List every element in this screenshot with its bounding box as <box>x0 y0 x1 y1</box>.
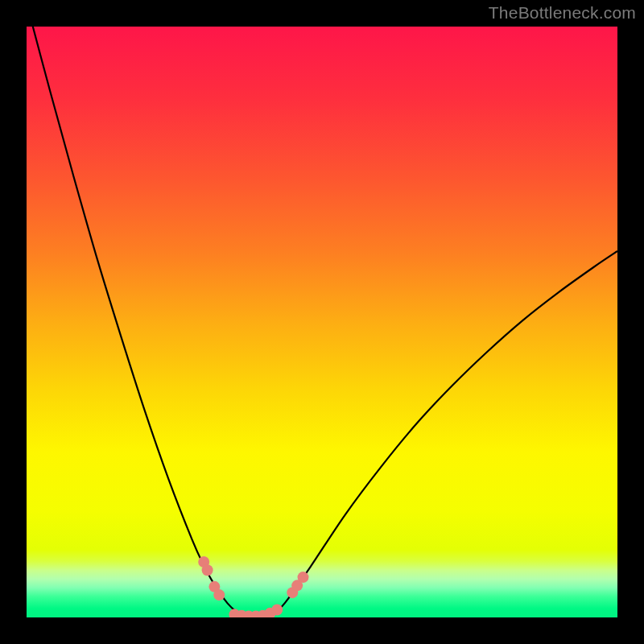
svg-rect-0 <box>27 27 617 617</box>
plot-area <box>27 27 617 617</box>
chart-frame: TheBottleneck.com <box>0 0 644 644</box>
watermark-text: TheBottleneck.com <box>489 3 636 23</box>
background-gradient <box>27 27 617 617</box>
